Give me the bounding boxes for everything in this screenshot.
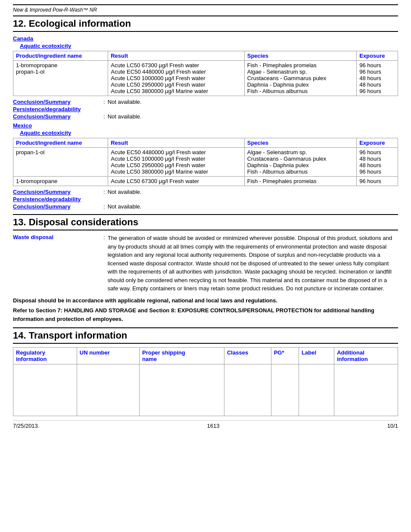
transport-cell-shipping: [139, 364, 224, 416]
transport-cell-additional: [334, 364, 398, 416]
mexico-persistence-label[interactable]: Persistence/degradability: [13, 196, 103, 202]
footer-right: 10/1: [387, 423, 398, 429]
mexico-conclusion-row: Conclusion/Summary : Not available.: [13, 189, 398, 195]
waste-disposal-row: Waste disposal : The generation of waste…: [13, 234, 398, 293]
canada-conclusion2-value: Not available.: [108, 113, 142, 120]
canada-conclusion-row: Conclusion/Summary : Not available.: [13, 99, 398, 105]
mexico-col-species: Species: [244, 138, 357, 148]
result-cell: Acute LC50 67300 μg/l Fresh water: [108, 177, 244, 186]
section12-title: 12. Ecological information: [13, 16, 398, 32]
mexico-aquatic-link[interactable]: Aquatic ecotoxicity: [20, 130, 398, 136]
mexico-eco-table: Product/ingredient name Result Species E…: [13, 138, 398, 186]
transport-header-cell: Proper shippingname: [139, 348, 224, 364]
transport-cell-label: [299, 364, 334, 416]
document-header: New & Improved Pow-R-Wash™ NR: [13, 4, 398, 13]
transport-header-cell: Regulatoryinformation: [13, 348, 77, 364]
species-cell: Fish - Pimephales promelas: [244, 177, 357, 186]
transport-header-cell: Classes: [224, 348, 271, 364]
canada-conclusion2-label[interactable]: Conclusion/Summary: [13, 113, 103, 120]
ingredient-cell: 1-bromopropanepropan-1-ol: [13, 61, 108, 96]
species-cell: Algae - Selenastrum sp.Crustaceans - Gam…: [244, 148, 357, 177]
ingredient-cell: propan-1-ol: [13, 148, 108, 177]
mexico-conclusion-label[interactable]: Conclusion/Summary: [13, 189, 103, 195]
transport-table: RegulatoryinformationUN numberProper shi…: [13, 347, 398, 416]
result-cell: Acute LC50 67300 μg/l Fresh waterAcute E…: [108, 61, 244, 96]
section13-title: 13. Disposal considerations: [13, 214, 398, 230]
canada-conclusion2-row: Conclusion/Summary : Not available.: [13, 113, 398, 120]
table-row: propan-1-olAcute EC50 4480000 μg/l Fresh…: [13, 148, 398, 177]
transport-cell-pg: [271, 364, 299, 416]
canada-conclusion-label[interactable]: Conclusion/Summary: [13, 99, 103, 105]
disposal-bold-para1: Disposal should be in accordance with ap…: [13, 296, 398, 305]
disposal-bold-para2: Refer to Section 7: HANDLING AND STORAGE…: [13, 306, 398, 323]
waste-disposal-text: The generation of waste should be avoide…: [108, 234, 398, 293]
section14-title: 14. Transport information: [13, 327, 398, 344]
mexico-col-exposure: Exposure: [357, 138, 398, 148]
canada-col-ingredient: Product/ingredient name: [13, 51, 108, 61]
transport-header-cell: UN number: [77, 348, 139, 364]
mexico-col-ingredient: Product/ingredient name: [13, 138, 108, 148]
canada-conclusion-value: Not available.: [108, 99, 142, 105]
mexico-link[interactable]: Mexico: [13, 122, 398, 129]
table-row: 1-bromopropanepropan-1-olAcute LC50 6730…: [13, 61, 398, 96]
species-cell: Fish - Pimephales promelasAlgae - Selena…: [244, 61, 357, 96]
canada-col-result: Result: [108, 51, 244, 61]
ingredient-cell: 1-bromopropane: [13, 177, 108, 186]
canada-col-exposure: Exposure: [357, 51, 398, 61]
transport-data-row: [13, 364, 398, 416]
transport-header-cell: Additionalinformation: [334, 348, 398, 364]
footer-center: 1613: [207, 423, 220, 429]
transport-header-cell: PG*: [271, 348, 299, 364]
exposure-cell: 96 hours96 hours48 hours48 hours96 hours: [357, 61, 398, 96]
transport-cell-regulatory: [13, 364, 77, 416]
mexico-conclusion-value: Not available.: [108, 189, 142, 195]
table-row: 1-bromopropaneAcute LC50 67300 μg/l Fres…: [13, 177, 398, 186]
mexico-conclusion2-label[interactable]: Conclusion/Summary: [13, 203, 103, 210]
exposure-cell: 96 hours: [357, 177, 398, 186]
exposure-cell: 96 hours48 hours48 hours96 hours: [357, 148, 398, 177]
mexico-col-result: Result: [108, 138, 244, 148]
transport-cell-classes: [224, 364, 271, 416]
transport-cell-un: [77, 364, 139, 416]
mexico-persistence-row: Persistence/degradability: [13, 196, 398, 202]
mexico-conclusion2-row: Conclusion/Summary : Not available.: [13, 203, 398, 210]
canada-persistence-label[interactable]: Persistence/degradability: [13, 106, 103, 112]
waste-disposal-label: Waste disposal: [13, 234, 103, 293]
canada-col-species: Species: [244, 51, 357, 61]
mexico-conclusion2-value: Not available.: [108, 203, 142, 210]
result-cell: Acute EC50 4480000 μg/l Fresh waterAcute…: [108, 148, 244, 177]
canada-link[interactable]: Canada: [13, 35, 398, 42]
canada-aquatic-link[interactable]: Aquatic ecotoxicity: [20, 43, 398, 49]
footer-left: 7/25/2013.: [13, 423, 39, 429]
transport-header-cell: Label: [299, 348, 334, 364]
canada-eco-table: Product/ingredient name Result Species E…: [13, 51, 398, 96]
canada-persistence-row: Persistence/degradability: [13, 106, 398, 112]
document-footer: 7/25/2013. 1613 10/1: [13, 420, 398, 429]
